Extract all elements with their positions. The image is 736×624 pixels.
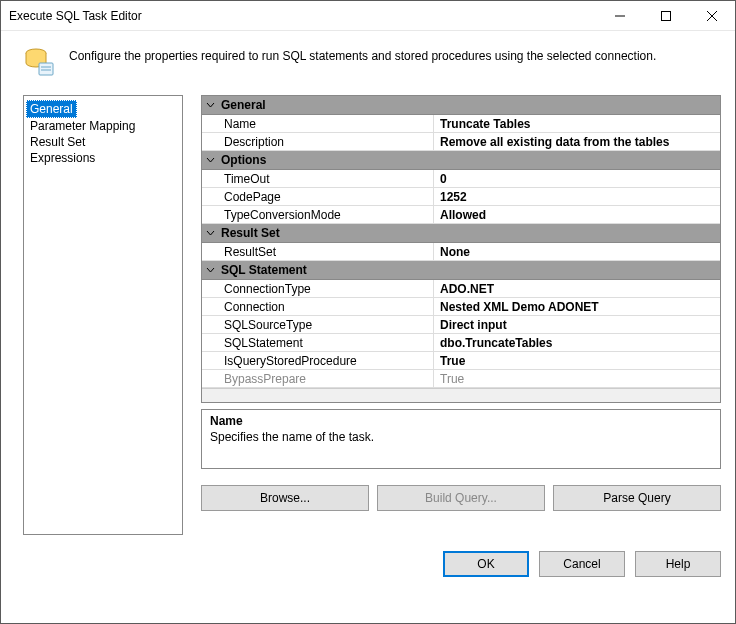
- prop-value[interactable]: 1252: [434, 188, 720, 205]
- prop-value[interactable]: True: [434, 352, 720, 369]
- prop-label: ResultSet: [202, 243, 434, 260]
- nav-panel: General Parameter Mapping Result Set Exp…: [23, 95, 183, 535]
- prop-label: Description: [202, 133, 434, 150]
- prop-row-sqlstatement[interactable]: SQLStatement dbo.TruncateTables: [202, 334, 720, 352]
- cancel-button[interactable]: Cancel: [539, 551, 625, 577]
- section-title: General: [221, 98, 266, 112]
- description-title: Name: [210, 414, 712, 428]
- nav-item-general[interactable]: General: [26, 100, 77, 118]
- browse-button[interactable]: Browse...: [201, 485, 369, 511]
- section-sql-statement[interactable]: SQL Statement: [202, 261, 720, 280]
- prop-value: True: [434, 370, 720, 387]
- prop-label: CodePage: [202, 188, 434, 205]
- prop-value[interactable]: Remove all existing data from the tables: [434, 133, 720, 150]
- prop-row-codepage[interactable]: CodePage 1252: [202, 188, 720, 206]
- close-button[interactable]: [689, 1, 735, 30]
- titlebar: Execute SQL Task Editor: [1, 1, 735, 31]
- section-title: SQL Statement: [221, 263, 307, 277]
- svg-rect-1: [662, 11, 671, 20]
- help-button[interactable]: Help: [635, 551, 721, 577]
- property-grid: General Name Truncate Tables Description…: [201, 95, 721, 403]
- window-title: Execute SQL Task Editor: [9, 9, 142, 23]
- nav-item-result-set[interactable]: Result Set: [26, 134, 89, 150]
- ok-button[interactable]: OK: [443, 551, 529, 577]
- section-options[interactable]: Options: [202, 151, 720, 170]
- svg-rect-5: [39, 63, 53, 75]
- footer: OK Cancel Help: [1, 535, 735, 591]
- prop-row-sqlsourcetype[interactable]: SQLSourceType Direct input: [202, 316, 720, 334]
- build-query-button: Build Query...: [377, 485, 545, 511]
- section-result-set[interactable]: Result Set: [202, 224, 720, 243]
- prop-value[interactable]: ADO.NET: [434, 280, 720, 297]
- prop-label: SQLStatement: [202, 334, 434, 351]
- section-title: Options: [221, 153, 266, 167]
- prop-value[interactable]: Nested XML Demo ADONET: [434, 298, 720, 315]
- section-general[interactable]: General: [202, 96, 720, 115]
- minimize-button[interactable]: [597, 1, 643, 30]
- prop-label: Name: [202, 115, 434, 132]
- section-title: Result Set: [221, 226, 280, 240]
- prop-label: ConnectionType: [202, 280, 434, 297]
- prop-row-typeconversion[interactable]: TypeConversionMode Allowed: [202, 206, 720, 224]
- prop-label: IsQueryStoredProcedure: [202, 352, 434, 369]
- prop-label: SQLSourceType: [202, 316, 434, 333]
- task-icon: [23, 45, 55, 77]
- nav-item-parameter-mapping[interactable]: Parameter Mapping: [26, 118, 139, 134]
- grid-blank: [202, 388, 720, 402]
- maximize-button[interactable]: [643, 1, 689, 30]
- description-box: Name Specifies the name of the task.: [201, 409, 721, 469]
- prop-row-connection[interactable]: Connection Nested XML Demo ADONET: [202, 298, 720, 316]
- prop-row-description[interactable]: Description Remove all existing data fro…: [202, 133, 720, 151]
- main-panel: General Name Truncate Tables Description…: [201, 95, 721, 535]
- prop-value[interactable]: Allowed: [434, 206, 720, 223]
- chevron-down-icon: [206, 101, 215, 110]
- header: Configure the properties required to run…: [1, 31, 735, 95]
- prop-value[interactable]: Truncate Tables: [434, 115, 720, 132]
- prop-row-connectiontype[interactable]: ConnectionType ADO.NET: [202, 280, 720, 298]
- prop-value[interactable]: dbo.TruncateTables: [434, 334, 720, 351]
- prop-label: TypeConversionMode: [202, 206, 434, 223]
- prop-row-name[interactable]: Name Truncate Tables: [202, 115, 720, 133]
- prop-value[interactable]: 0: [434, 170, 720, 187]
- prop-value[interactable]: Direct input: [434, 316, 720, 333]
- prop-row-timeout[interactable]: TimeOut 0: [202, 170, 720, 188]
- header-description: Configure the properties required to run…: [69, 45, 656, 63]
- chevron-down-icon: [206, 156, 215, 165]
- prop-label: TimeOut: [202, 170, 434, 187]
- prop-row-isquerystoredprocedure[interactable]: IsQueryStoredProcedure True: [202, 352, 720, 370]
- description-text: Specifies the name of the task.: [210, 430, 712, 444]
- prop-row-resultset[interactable]: ResultSet None: [202, 243, 720, 261]
- nav-item-expressions[interactable]: Expressions: [26, 150, 99, 166]
- prop-value[interactable]: None: [434, 243, 720, 260]
- prop-label: Connection: [202, 298, 434, 315]
- prop-row-bypassprepare: BypassPrepare True: [202, 370, 720, 388]
- chevron-down-icon: [206, 229, 215, 238]
- prop-label: BypassPrepare: [202, 370, 434, 387]
- window-controls: [597, 1, 735, 30]
- parse-query-button[interactable]: Parse Query: [553, 485, 721, 511]
- action-row: Browse... Build Query... Parse Query: [201, 485, 721, 511]
- chevron-down-icon: [206, 266, 215, 275]
